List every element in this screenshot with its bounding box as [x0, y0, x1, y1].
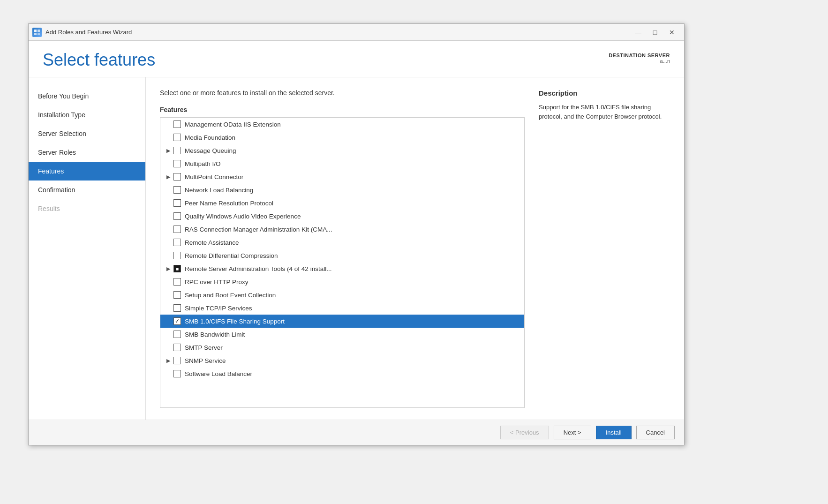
checkbox-smb-bandwidth[interactable]: [173, 331, 181, 338]
feature-rsat[interactable]: ▶ ■ Remote Server Administration Tools (…: [160, 262, 524, 275]
checkbox-simple-tcp[interactable]: [173, 304, 181, 312]
label-smb-cifs: SMB 1.0/CIFS File Sharing Support: [185, 318, 285, 325]
checkbox-rsat[interactable]: ■: [173, 265, 181, 272]
checkbox-multipoint-connector[interactable]: [173, 173, 181, 181]
description-text: Support for the SMB 1.0/CIFS file sharin…: [539, 103, 670, 121]
checkbox-management-odata[interactable]: [173, 120, 181, 128]
checkbox-media-foundation[interactable]: [173, 134, 181, 141]
label-rsat: Remote Server Administration Tools (4 of…: [185, 265, 331, 272]
maximize-button[interactable]: □: [647, 26, 663, 39]
sidebar-item-installation-type[interactable]: Installation Type: [29, 105, 145, 124]
svg-rect-0: [34, 30, 37, 32]
feature-snmp-service[interactable]: ▶ SNMP Service: [160, 354, 524, 367]
install-button[interactable]: Install: [596, 426, 632, 439]
checkbox-rpc-http[interactable]: [173, 278, 181, 286]
checkbox-network-load-balancing[interactable]: [173, 186, 181, 194]
features-list[interactable]: ▶ Management OData IIS Extension ▶ Media…: [160, 117, 525, 408]
label-media-foundation: Media Foundation: [185, 134, 235, 141]
app-icon: [32, 28, 42, 37]
checkbox-smb-cifs[interactable]: ✓: [173, 317, 181, 325]
checkbox-peer-name-resolution[interactable]: [173, 199, 181, 207]
label-smtp-server: SMTP Server: [185, 344, 223, 351]
svg-rect-1: [38, 30, 40, 32]
feature-simple-tcp[interactable]: ▶ Simple TCP/IP Services: [160, 301, 524, 315]
sidebar: Before You Begin Installation Type Serve…: [29, 77, 146, 420]
checkbox-smtp-server[interactable]: [173, 344, 181, 351]
label-smb-bandwidth: SMB Bandwidth Limit: [185, 331, 245, 338]
feature-smb-bandwidth[interactable]: ▶ SMB Bandwidth Limit: [160, 328, 524, 341]
feature-media-foundation[interactable]: ▶ Media Foundation: [160, 131, 524, 144]
cancel-button[interactable]: Cancel: [636, 426, 675, 439]
destination-server-value: a...n: [609, 58, 670, 64]
description-title: Description: [539, 89, 670, 97]
minimize-button[interactable]: —: [630, 26, 647, 39]
label-multipoint-connector: MultiPoint Connector: [185, 173, 243, 181]
destination-server-label: DESTINATION SERVER: [609, 53, 670, 58]
sidebar-item-features[interactable]: Features: [29, 162, 145, 181]
checkbox-qwave[interactable]: [173, 212, 181, 220]
feature-remote-differential[interactable]: ▶ Remote Differential Compression: [160, 249, 524, 262]
checkbox-software-load-balancer[interactable]: [173, 370, 181, 377]
window-controls: — □ ✕: [630, 26, 680, 39]
next-button[interactable]: Next >: [554, 426, 591, 439]
label-rpc-http: RPC over HTTP Proxy: [185, 278, 248, 286]
label-peer-name-resolution: Peer Name Resolution Protocol: [185, 200, 273, 207]
title-bar-left: Add Roles and Features Wizard: [32, 28, 132, 37]
previous-button[interactable]: < Previous: [500, 426, 549, 439]
label-snmp-service: SNMP Service: [185, 357, 226, 364]
feature-multipath-io[interactable]: ▶ Multipath I/O: [160, 157, 524, 170]
feature-management-odata[interactable]: ▶ Management OData IIS Extension: [160, 118, 524, 131]
label-multipath-io: Multipath I/O: [185, 160, 221, 167]
svg-rect-3: [38, 33, 40, 35]
label-remote-differential: Remote Differential Compression: [185, 252, 278, 259]
description-panel: Description Support for the SMB 1.0/CIFS…: [539, 89, 670, 408]
svg-rect-2: [34, 33, 37, 35]
feature-remote-assistance[interactable]: ▶ Remote Assistance: [160, 236, 524, 249]
checkbox-snmp-service[interactable]: [173, 357, 181, 364]
feature-setup-boot[interactable]: ▶ Setup and Boot Event Collection: [160, 288, 524, 301]
checkbox-message-queuing[interactable]: [173, 147, 181, 154]
expand-snmp-service[interactable]: ▶: [164, 356, 173, 365]
destination-server: DESTINATION SERVER a...n: [609, 53, 670, 64]
feature-smb-cifs[interactable]: ▶ ✓ SMB 1.0/CIFS File Sharing Support: [160, 315, 524, 328]
main-window: Add Roles and Features Wizard — □ ✕ Sele…: [28, 23, 685, 445]
expand-message-queuing[interactable]: ▶: [164, 146, 173, 155]
label-software-load-balancer: Software Load Balancer: [185, 370, 252, 377]
expand-multipoint-connector[interactable]: ▶: [164, 173, 173, 181]
checkbox-remote-differential[interactable]: [173, 252, 181, 259]
feature-rpc-http[interactable]: ▶ RPC over HTTP Proxy: [160, 275, 524, 288]
feature-smtp-server[interactable]: ▶ SMTP Server: [160, 341, 524, 354]
page-title: Select features: [43, 50, 155, 70]
main-content: Before You Begin Installation Type Serve…: [29, 77, 684, 420]
footer: < Previous Next > Install Cancel: [29, 420, 684, 445]
expand-rsat[interactable]: ▶: [164, 264, 173, 273]
checkbox-setup-boot[interactable]: [173, 291, 181, 299]
checkbox-remote-assistance[interactable]: [173, 239, 181, 246]
feature-multipoint-connector[interactable]: ▶ MultiPoint Connector: [160, 170, 524, 183]
feature-ras-connection[interactable]: ▶ RAS Connection Manager Administration …: [160, 223, 524, 236]
close-button[interactable]: ✕: [663, 26, 680, 39]
sidebar-item-before-you-begin[interactable]: Before You Begin: [29, 87, 145, 105]
feature-peer-name-resolution[interactable]: ▶ Peer Name Resolution Protocol: [160, 196, 524, 210]
feature-qwave[interactable]: ▶ Quality Windows Audio Video Experience: [160, 210, 524, 223]
checkbox-ras-connection[interactable]: [173, 226, 181, 233]
label-remote-assistance: Remote Assistance: [185, 239, 239, 246]
label-setup-boot: Setup and Boot Event Collection: [185, 292, 276, 299]
intro-text: Select one or more features to install o…: [160, 89, 525, 97]
feature-network-load-balancing[interactable]: ▶ Network Load Balancing: [160, 183, 524, 196]
label-network-load-balancing: Network Load Balancing: [185, 187, 253, 194]
sidebar-item-results: Results: [29, 199, 145, 218]
label-management-odata: Management OData IIS Extension: [185, 121, 281, 128]
label-qwave: Quality Windows Audio Video Experience: [185, 213, 301, 220]
sidebar-item-confirmation[interactable]: Confirmation: [29, 181, 145, 199]
window-title: Add Roles and Features Wizard: [45, 29, 132, 36]
sidebar-item-server-roles[interactable]: Server Roles: [29, 143, 145, 162]
feature-software-load-balancer[interactable]: ▶ Software Load Balancer: [160, 367, 524, 380]
feature-message-queuing[interactable]: ▶ Message Queuing: [160, 144, 524, 157]
label-ras-connection: RAS Connection Manager Administration Ki…: [185, 226, 332, 233]
sidebar-item-server-selection[interactable]: Server Selection: [29, 124, 145, 143]
label-simple-tcp: Simple TCP/IP Services: [185, 305, 252, 312]
features-panel: Select one or more features to install o…: [160, 89, 525, 408]
header-bar: Select features DESTINATION SERVER a...n: [29, 41, 684, 77]
checkbox-multipath-io[interactable]: [173, 160, 181, 167]
